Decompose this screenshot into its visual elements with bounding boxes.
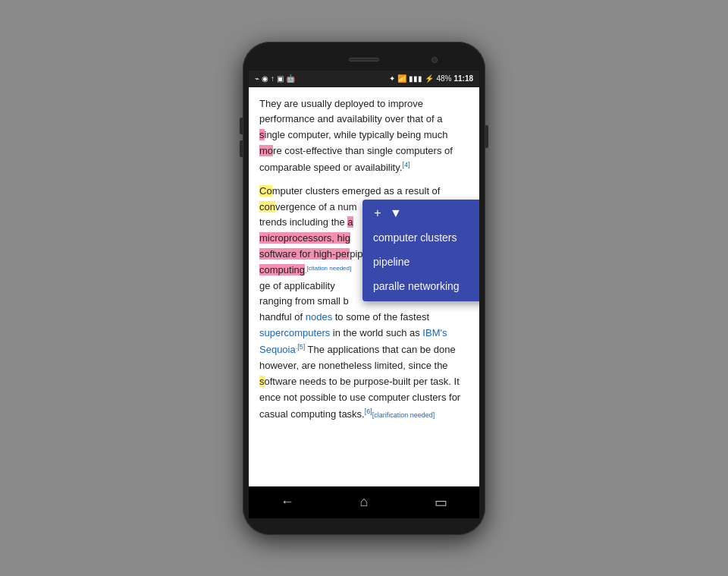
- popup-controls: + ▼: [370, 206, 403, 221]
- para2-text-3: trends including the: [259, 216, 347, 228]
- para2-ibm-text: in the world such as: [330, 327, 422, 338]
- popup-close-button[interactable]: ✕: [476, 206, 479, 221]
- popup-item-pipeline[interactable]: pipeline: [362, 250, 479, 274]
- para2-fastest: to some of the fastest: [332, 311, 429, 323]
- phone-bottom-bar: [249, 518, 479, 527]
- speaker: [349, 58, 379, 61]
- para1-text: They are usually deployed to improve per…: [259, 98, 442, 125]
- time-display: 11:18: [453, 74, 473, 83]
- ref-5: .[5]: [296, 343, 306, 351]
- upload-icon: ↑: [271, 74, 275, 83]
- highlight-pink-a: a: [347, 216, 353, 228]
- clarification-needed: [clarification needed]: [372, 411, 435, 419]
- status-icons-left: ⌁ ◉ ↑ ▣ 🤖: [255, 74, 295, 83]
- power-button[interactable]: [485, 125, 488, 148]
- popup-item-paralle-networking[interactable]: paralle networking: [362, 274, 479, 298]
- citation-needed: .[citation needed]: [305, 267, 351, 275]
- highlight-pink-micro: microprocessors, hig: [259, 232, 350, 244]
- para1-text-3: re cost-effective than single computers …: [259, 145, 453, 173]
- highlight-pink-software: software for high-per: [259, 248, 350, 260]
- recents-button[interactable]: ▭: [427, 489, 454, 516]
- image-icon: ▣: [277, 74, 284, 83]
- para1-text-2: ingle computer, while typically being mu…: [265, 129, 448, 140]
- signal-icon: ▮▮▮: [409, 74, 422, 83]
- suggestion-popup[interactable]: + ▼ ✕ computer clusters pipeline paralle…: [362, 200, 479, 301]
- para2-handful: handful of: [259, 311, 306, 323]
- paragraph-1: They are usually deployed to improve per…: [259, 96, 469, 176]
- highlight-yellow-con: con: [259, 201, 275, 212]
- status-bar: ⌁ ◉ ↑ ▣ 🤖 ✦ 📶 ▮▮▮ ⚡ 48% 11:18: [249, 71, 479, 87]
- phone-top-bar: [249, 49, 479, 71]
- para2-ranging: ranging from small b: [259, 295, 349, 307]
- battery-icon: ⚡: [425, 74, 434, 83]
- volume-up-button[interactable]: [240, 118, 243, 134]
- para2-software-text: oftware needs to be purpose-built per ta…: [265, 376, 460, 387]
- para2-ence: ence not possible to use computer cluste…: [259, 392, 460, 420]
- popup-item-computer-clusters[interactable]: computer clusters: [362, 225, 479, 250]
- ref-4: [4]: [402, 161, 410, 168]
- volume-down-button[interactable]: [240, 140, 243, 157]
- link-nodes[interactable]: nodes: [306, 311, 332, 323]
- status-icons-right: ✦ 📶 ▮▮▮ ⚡ 48% 11:18: [389, 74, 473, 83]
- highlight-pink-computing: computing: [259, 264, 305, 275]
- ref-6: [6]: [365, 407, 372, 414]
- wifi-icon: 📶: [397, 74, 406, 83]
- nav-bar: ← ⌂ ▭: [249, 486, 479, 518]
- usb-icon: ⌁: [255, 74, 259, 83]
- link-supercomputers[interactable]: supercomputers: [259, 327, 330, 338]
- para2-range: ge of applicability: [259, 280, 335, 291]
- front-camera: [431, 57, 438, 63]
- highlight-yellow-co: Co: [259, 185, 272, 197]
- screen: They are usually deployed to improve per…: [249, 87, 479, 486]
- navigation-icon: ◉: [262, 74, 268, 83]
- popup-plus-button[interactable]: +: [370, 206, 385, 221]
- bluetooth-icon: ✦: [389, 74, 395, 83]
- para2-text-1: mputer clusters emerged as a result of: [272, 185, 441, 197]
- popup-down-button[interactable]: ▼: [388, 206, 403, 221]
- phone-device: ⌁ ◉ ↑ ▣ 🤖 ✦ 📶 ▮▮▮ ⚡ 48% 11:18 They are u…: [243, 42, 485, 535]
- popup-header: + ▼ ✕: [362, 203, 479, 225]
- home-button[interactable]: ⌂: [350, 489, 378, 516]
- android-icon: 🤖: [286, 74, 295, 83]
- para2-text-2: vergence of a num: [275, 201, 357, 212]
- highlight-pink-mo: mo: [259, 145, 273, 156]
- battery-percentage: 48%: [436, 74, 451, 83]
- back-button[interactable]: ←: [274, 489, 301, 516]
